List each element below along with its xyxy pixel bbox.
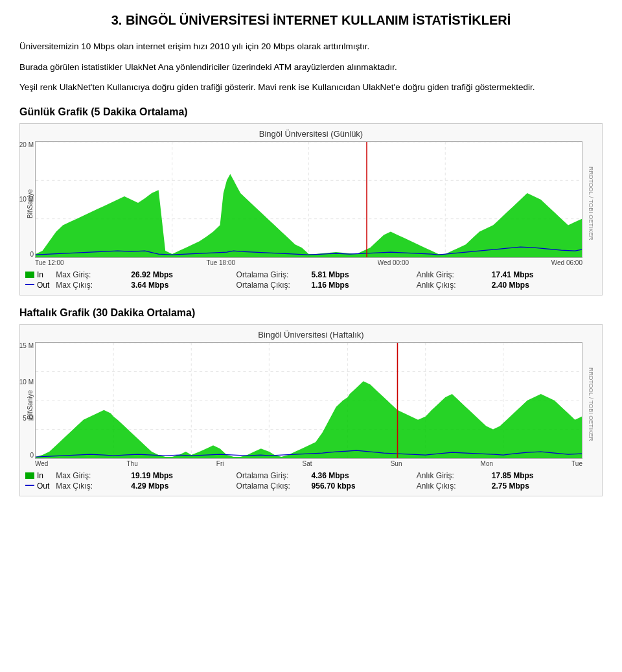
weekly-stats-row: In Out Max Giriş: 19.19 Mbps Max Çıkış: … <box>25 471 597 491</box>
weekly-x-label-sun: Sun <box>391 460 402 467</box>
daily-stats-table: Max Giriş: 26.92 Mbps Max Çıkış: 3.64 Mb… <box>56 270 597 290</box>
weekly-x-label-sat: Sat <box>303 460 312 467</box>
daily-y-label-20m: 20 M <box>12 141 34 148</box>
daily-anlik-cikis-line: Anlık Çıkış: 2.40 Mbps <box>417 281 597 290</box>
weekly-y-label-0: 0 <box>12 452 34 459</box>
daily-section-title: Günlük Grafik (5 Dakika Ortalama) <box>19 106 603 118</box>
weekly-anlik-cikis-label: Anlık Çıkış: <box>417 481 488 491</box>
weekly-ort-cikis-line: Ortalama Çıkış: 956.70 kbps <box>236 481 417 491</box>
weekly-section-title: Haftalık Grafik (30 Dakika Ortalama) <box>19 307 603 319</box>
weekly-anlik-giris-line: Anlık Giriş: 17.85 Mbps <box>417 471 597 480</box>
weekly-legend-in: In <box>25 471 49 480</box>
daily-max-giris-label: Max Giriş: <box>56 270 127 279</box>
daily-legend: In Out <box>25 270 49 290</box>
weekly-x-label-mon: Mon <box>481 460 493 467</box>
weekly-anlik-stats: Anlık Giriş: 17.85 Mbps Anlık Çıkış: 2.7… <box>417 471 597 491</box>
out-color-line <box>25 284 34 285</box>
weekly-x-label-thu: Thu <box>126 460 137 467</box>
weekly-ort-giris-line: Ortalama Giriş: 4.36 Mbps <box>236 471 417 480</box>
daily-legend-in: In <box>25 270 49 279</box>
daily-anlik-giris-line: Anlık Giriş: 17.41 Mbps <box>417 270 597 279</box>
daily-y-label-0: 0 <box>12 251 34 258</box>
daily-anlik-giris-label: Anlık Giriş: <box>417 270 488 279</box>
daily-max-giris-value: 26.92 Mbps <box>131 270 183 279</box>
weekly-graph-area: Bit\Saniye 15 M 10 M 5 M 0 <box>25 342 597 467</box>
daily-rrdt-label: RRDTOOL / TOBI OETIKER <box>588 141 594 266</box>
weekly-x-label-fri: Fri <box>216 460 224 467</box>
daily-graph-body <box>35 141 582 258</box>
weekly-anlik-cikis-line: Anlık Çıkış: 2.75 Mbps <box>417 481 597 491</box>
daily-graph-area: Bit\Saniye 20 M 10 M 0 <box>25 141 597 266</box>
daily-graph-title: Bingöl Üniversitesi (Günlük) <box>25 129 597 139</box>
weekly-legend-out-label: Out <box>37 481 49 491</box>
weekly-graph-container: Bingöl Üniversitesi (Haftalık) Bit\Saniy… <box>19 324 603 496</box>
intro-text-1: Üniversitemizin 10 Mbps olan internet er… <box>19 40 603 54</box>
weekly-y-label-10m: 10 M <box>12 378 34 386</box>
weekly-graph-body <box>35 342 582 459</box>
daily-x-label-1: Tue 12:00 <box>35 259 64 266</box>
weekly-ort-stats: Ortalama Giriş: 4.36 Mbps Ortalama Çıkış… <box>236 471 417 491</box>
daily-graph-wrapper: 20 M 10 M 0 <box>35 141 582 266</box>
daily-ort-cikis-label: Ortalama Çıkış: <box>236 281 308 290</box>
weekly-legend-out: Out <box>25 481 49 491</box>
weekly-ort-cikis-label: Ortalama Çıkış: <box>236 481 308 491</box>
weekly-max-giris-label: Max Giriş: <box>56 471 127 480</box>
weekly-out-color-line <box>25 485 34 486</box>
weekly-max-stats: Max Giriş: 19.19 Mbps Max Çıkış: 4.29 Mb… <box>56 471 236 491</box>
weekly-ort-giris-value: 4.36 Mbps <box>312 471 363 480</box>
legend-out-label: Out <box>37 281 49 290</box>
daily-anlik-stats: Anlık Giriş: 17.41 Mbps Anlık Çıkış: 2.4… <box>417 270 597 290</box>
weekly-y-label-5m: 5 M <box>12 415 34 422</box>
page-title: 3. BİNGÖL ÜNİVERSİTESİ İNTERNET KULLANIM… <box>19 13 603 28</box>
weekly-legend: In Out <box>25 471 49 491</box>
daily-anlik-cikis-label: Anlık Çıkış: <box>417 281 488 290</box>
daily-anlik-giris-value: 17.41 Mbps <box>492 270 544 279</box>
daily-max-giris-line: Max Giriş: 26.92 Mbps <box>56 270 236 279</box>
in-color-box <box>25 272 34 278</box>
legend-in-label: In <box>37 270 43 279</box>
intro-text-3: Yeşil renk UlakNet'ten Kullanıcıya doğru… <box>19 80 603 95</box>
daily-x-label-4: Wed 06:00 <box>551 259 582 266</box>
weekly-ort-cikis-value: 956.70 kbps <box>312 481 363 491</box>
weekly-max-giris-line: Max Giriş: 19.19 Mbps <box>56 471 236 480</box>
intro-text-2: Burada görülen istatistikler UlakNet Ana… <box>19 60 603 75</box>
weekly-x-label-wed: Wed <box>35 460 48 467</box>
daily-legend-out: Out <box>25 281 49 290</box>
weekly-in-color-box <box>25 472 34 479</box>
weekly-anlik-giris-label: Anlık Giriş: <box>417 471 488 480</box>
weekly-anlik-cikis-value: 2.75 Mbps <box>492 481 544 491</box>
daily-anlik-cikis-value: 2.40 Mbps <box>492 281 544 290</box>
weekly-anlik-giris-value: 17.85 Mbps <box>492 471 544 480</box>
svg-marker-20 <box>36 381 582 458</box>
daily-ort-giris-line: Ortalama Giriş: 5.81 Mbps <box>236 270 417 279</box>
daily-ort-cikis-line: Ortalama Çıkış: 1.16 Mbps <box>236 281 417 290</box>
daily-stats-row: In Out Max Giriş: 26.92 Mbps Max Çıkış: … <box>25 270 597 290</box>
weekly-max-giris-value: 19.19 Mbps <box>131 471 183 480</box>
daily-x-label-3: Wed 00:00 <box>378 259 409 266</box>
weekly-max-cikis-line: Max Çıkış: 4.29 Mbps <box>56 481 236 491</box>
daily-ort-stats: Ortalama Giriş: 5.81 Mbps Ortalama Çıkış… <box>236 270 417 290</box>
weekly-x-label-tue: Tue <box>571 460 582 467</box>
daily-max-cikis-line: Max Çıkış: 3.64 Mbps <box>56 281 236 290</box>
weekly-max-cikis-label: Max Çıkış: <box>56 481 127 491</box>
daily-max-cikis-value: 3.64 Mbps <box>131 281 183 290</box>
daily-max-stats: Max Giriş: 26.92 Mbps Max Çıkış: 3.64 Mb… <box>56 270 236 290</box>
daily-x-label-2: Tue 18:00 <box>206 259 235 266</box>
daily-ort-cikis-value: 1.16 Mbps <box>312 281 363 290</box>
daily-ort-giris-value: 5.81 Mbps <box>312 270 363 279</box>
weekly-ort-giris-label: Ortalama Giriş: <box>236 471 308 480</box>
weekly-legend-in-label: In <box>37 471 43 480</box>
weekly-graph-title: Bingöl Üniversitesi (Haftalık) <box>25 330 597 340</box>
daily-ort-giris-label: Ortalama Giriş: <box>236 270 308 279</box>
daily-max-cikis-label: Max Çıkış: <box>56 281 127 290</box>
weekly-max-cikis-value: 4.29 Mbps <box>131 481 183 491</box>
daily-y-label-10m: 10 M <box>12 196 34 203</box>
weekly-graph-wrapper: 15 M 10 M 5 M 0 <box>35 342 582 467</box>
weekly-y-label-15m: 15 M <box>12 342 34 349</box>
weekly-stats-table: Max Giriş: 19.19 Mbps Max Çıkış: 4.29 Mb… <box>56 471 597 491</box>
weekly-rrdt-label: RRDTOOL / TOBI OETIKER <box>588 342 594 467</box>
daily-graph-container: Bingöl Üniversitesi (Günlük) Bit\Saniye … <box>19 123 603 295</box>
